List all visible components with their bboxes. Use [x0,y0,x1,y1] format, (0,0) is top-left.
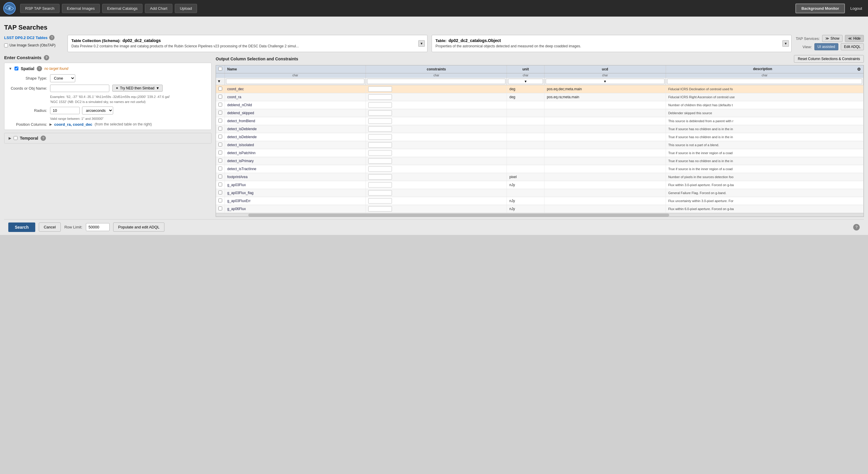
row-name: deblend_nChild [225,101,366,109]
spatial-collapse-icon[interactable]: ▼ [8,67,12,71]
row-limit-input[interactable] [86,223,110,231]
position-expand-icon[interactable]: ▶ [50,123,52,126]
table-desc: Properties of the astronomical objects d… [435,44,788,49]
filter-ucd-select[interactable]: ▼ [546,79,664,84]
constraints-input-10[interactable] [368,166,392,172]
row-checkbox[interactable] [218,135,222,138]
output-table-wrapper: Name constraints unit ucd [216,65,864,217]
reset-btn[interactable]: Reset Column Selections & Constraints [794,55,864,63]
col-constraints-header[interactable]: constraints [366,65,507,73]
row-checkbox[interactable] [218,103,222,106]
constraints-input-9[interactable] [368,158,392,164]
logout-button[interactable]: Logout [847,4,865,13]
external-catalogs-button[interactable]: External Catalogs [102,4,143,13]
search-button[interactable]: Search [8,223,35,232]
filter-desc-input[interactable] [667,79,862,84]
radius-input[interactable] [50,107,80,114]
row-checkbox[interactable] [218,159,222,163]
table-row: detect_isDeblende True if source has no … [216,125,864,133]
bottom-help-icon[interactable]: ? [853,224,860,231]
background-monitor-button[interactable]: Background Monitor [796,4,845,13]
row-checkbox[interactable] [218,191,222,194]
col-unit-header[interactable]: unit [507,65,544,73]
tap-show-button[interactable]: ≫ Show [822,35,842,42]
constraints-input-13[interactable] [368,190,392,196]
lsst-link[interactable]: LSST DP0.2 DC2 Tables [4,35,48,40]
table-collection-dropdown[interactable]: ▼ [418,40,425,47]
constraints-input-4[interactable] [368,118,392,124]
view-edit-adql-button[interactable]: Edit ADQL [841,43,864,50]
constraints-input-5[interactable] [368,126,392,132]
lsst-help-icon[interactable]: ? [49,35,55,40]
temporal-checkbox[interactable] [13,136,18,140]
filter-name-input[interactable] [226,79,364,84]
col-ucd-header[interactable]: ucd [544,65,666,73]
row-unit: nJy [507,197,544,205]
filter-unit-select[interactable]: ▼ [508,79,543,84]
row-checkbox[interactable] [218,87,222,91]
row-description: Fiducial ICRS Right Ascension of centroi… [666,93,863,101]
table-info-dropdown[interactable]: ▼ [782,40,789,47]
constraints-input-0[interactable] [368,87,392,92]
filter-constraints-input[interactable] [367,79,505,84]
radius-row: Radius: arcseconds arcminutes degrees [8,106,207,114]
row-checkbox-cell [216,125,225,133]
filter-constraints-cell [366,78,507,85]
row-checkbox[interactable] [218,206,222,210]
constraints-input-1[interactable] [368,94,392,100]
row-description: True if source has no children and is in… [666,125,863,133]
add-chart-button[interactable]: Add Chart [145,4,173,13]
constraints-input-7[interactable] [368,142,392,148]
row-constraints [366,197,507,205]
row-checkbox[interactable] [218,95,222,99]
row-checkbox-cell [216,173,225,181]
row-checkbox[interactable] [218,167,222,170]
spatial-checkbox[interactable] [14,67,19,70]
row-checkbox[interactable] [218,111,222,114]
row-checkbox[interactable] [218,143,222,146]
select-all-checkbox[interactable] [218,67,222,71]
constraints-help-icon[interactable]: ? [44,55,49,60]
row-unit: nJy [507,181,544,189]
constraints-input-2[interactable] [368,102,392,108]
main-content: TAP Searches LSST DP0.2 DC2 Tables ? Use… [0,16,868,235]
row-checkbox[interactable] [218,118,222,123]
shape-type-select[interactable]: Cone Polygon Range [50,74,75,82]
row-checkbox[interactable] [218,127,222,131]
row-unit [507,141,544,149]
constraints-input-12[interactable] [368,182,392,188]
table-row: detect_fromBlend This source is deblende… [216,117,864,125]
radius-unit-select[interactable]: arcseconds arcminutes degrees [82,106,113,114]
row-checkbox[interactable] [218,199,222,202]
constraints-input-11[interactable] [368,174,392,179]
ned-button[interactable]: ✦ Try NED then Simbad ▼ [112,84,163,92]
row-checkbox[interactable] [218,150,222,155]
enter-constraints-header: Enter Constraints ? [4,55,212,60]
use-image-search-checkbox[interactable] [4,43,8,47]
tap-hide-button[interactable]: ≪ Hide [845,35,864,42]
spatial-help-icon[interactable]: ? [37,66,42,71]
rsp-tap-search-button[interactable]: RSP TAP Search [20,4,60,13]
row-checkbox[interactable] [218,175,222,178]
coords-input[interactable] [50,84,109,92]
view-ui-assisted-button[interactable]: UI assisted [814,43,838,50]
cancel-button[interactable]: Cancel [39,223,61,232]
horizontal-scrollbar[interactable] [216,213,864,216]
upload-button[interactable]: Upload [175,4,197,13]
col-name-header[interactable]: Name [225,65,366,73]
col-description-header[interactable]: description ⚙ [666,65,863,73]
populate-adql-button[interactable]: Populate and edit ADQL [113,223,165,232]
constraints-input-8[interactable] [368,150,392,156]
row-constraints [366,141,507,149]
constraints-input-3[interactable] [368,110,392,116]
constraints-input-15[interactable] [368,206,392,211]
temporal-expand-icon[interactable]: ▶ [8,136,11,140]
row-checkbox-cell [216,149,225,157]
external-images-button[interactable]: External Images [62,4,100,13]
constraints-input-14[interactable] [368,198,392,204]
gear-icon[interactable]: ⚙ [857,67,861,72]
row-checkbox[interactable] [218,182,222,187]
constraints-input-6[interactable] [368,134,392,140]
temporal-help-icon[interactable]: ? [40,136,46,141]
row-name: detect_isDeblende [225,125,366,133]
